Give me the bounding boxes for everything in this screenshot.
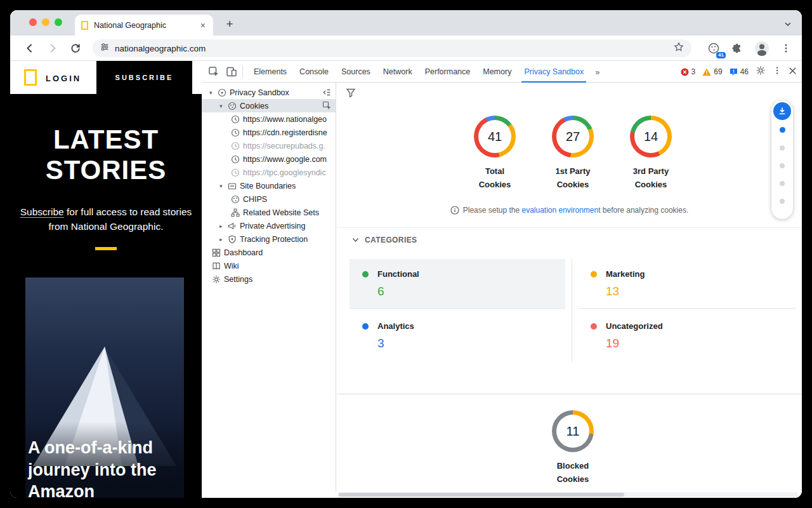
chevron-down-icon[interactable]: ▾ — [219, 103, 228, 109]
natgeo-logo[interactable] — [24, 69, 37, 86]
issues-badge[interactable]: 46 — [730, 67, 749, 76]
devtools-status-cluster: 3 69 46 — [681, 61, 797, 83]
maximize-window-button[interactable] — [55, 18, 62, 26]
tab-title: National Geographic — [94, 21, 199, 30]
tree-item-dashboard[interactable]: Dashboard — [202, 246, 336, 259]
categories-section-header[interactable]: CATEGORIES — [352, 236, 417, 244]
chevron-down-icon[interactable]: ▾ — [219, 183, 228, 189]
section-divider — [337, 394, 802, 394]
privacy-sandbox-main: 41 TotalCookies 27 1st PartyCookies 14 — [337, 83, 802, 491]
tree-item-settings[interactable]: Settings — [202, 272, 336, 286]
category-marketing[interactable]: Marketing 13 — [578, 259, 796, 309]
tree-item-site-boundaries[interactable]: ▾ Site Boundaries — [202, 179, 336, 192]
devtools-menu-kebab-icon[interactable] — [773, 66, 782, 77]
category-count: 13 — [606, 284, 796, 298]
cookie-extension-icon[interactable]: 41 — [705, 40, 722, 57]
tree-item-cookies[interactable]: ▾ Cookies — [202, 99, 336, 112]
step-dot[interactable] — [780, 199, 785, 204]
tree-item-chips[interactable]: CHIPS — [202, 192, 336, 206]
tree-item-tracking-protection[interactable]: ▸ Tracking Protection — [202, 232, 336, 246]
address-bar[interactable]: nationalgeographic.com — [93, 39, 691, 57]
category-functional[interactable]: Functional 6 — [350, 259, 565, 309]
filter-funnel-icon[interactable] — [346, 88, 356, 98]
third-party-cookies-card: 14 3rd PartyCookies — [616, 116, 686, 192]
step-dot[interactable] — [780, 163, 785, 168]
tab-network[interactable]: Network — [377, 61, 419, 83]
forward-icon[interactable] — [47, 43, 58, 54]
tree-item-cookie-url[interactable]: https://tpc.googlesyndic — [202, 166, 336, 179]
tree-item-cookie-url[interactable]: https://www.nationalgeo — [202, 112, 336, 126]
category-count: 6 — [377, 284, 565, 298]
reload-icon[interactable] — [70, 43, 81, 54]
hero-caption[interactable]: A one-of-a-kind journey into the Amazon — [28, 437, 167, 498]
tab-strip: National Geographic × + — [10, 10, 802, 36]
subscribe-link[interactable]: Subscribe — [20, 206, 64, 217]
collapse-panel-icon[interactable] — [322, 88, 332, 97]
tab-console[interactable]: Console — [293, 61, 335, 83]
step-dot[interactable] — [780, 181, 785, 186]
tab-search-chevron-icon[interactable] — [782, 18, 794, 30]
subscribe-button[interactable]: SUBSCRIBE — [96, 61, 192, 94]
tab-sources[interactable]: Sources — [335, 61, 377, 83]
profile-avatar[interactable] — [754, 40, 770, 57]
category-analytics[interactable]: Analytics 3 — [350, 311, 565, 362]
tab-elements[interactable]: Elements — [247, 61, 293, 83]
chevron-down-icon[interactable]: ▾ — [209, 90, 218, 96]
back-icon[interactable] — [24, 43, 36, 54]
chevron-right-icon[interactable]: ▸ — [219, 236, 228, 243]
section-divider — [337, 227, 802, 228]
yellow-divider — [95, 247, 117, 250]
bookmark-star-icon[interactable] — [674, 42, 684, 55]
category-color-dot — [591, 323, 597, 330]
tree-item-cookie-url[interactable]: https://cdn.registerdisne — [202, 126, 336, 139]
tab-close-icon[interactable]: × — [199, 20, 207, 30]
browser-tab[interactable]: National Geographic × — [75, 15, 213, 36]
first-party-cookies-donut: 27 — [552, 116, 594, 157]
step-dot-active[interactable] — [780, 127, 785, 133]
tab-memory[interactable]: Memory — [476, 61, 518, 83]
new-tab-button[interactable]: + — [221, 15, 239, 33]
evaluation-environment-link[interactable]: evaluation environment — [521, 206, 600, 215]
tree-item-cookie-url[interactable]: https://securepubads.g. — [202, 139, 336, 152]
inspect-element-icon[interactable] — [208, 66, 219, 77]
tab-privacy-sandbox[interactable]: Privacy Sandbox — [518, 61, 590, 83]
scrollbar-thumb[interactable] — [339, 493, 624, 497]
third-party-cookies-label: 3rd PartyCookies — [616, 165, 686, 192]
browser-menu-kebab-icon[interactable] — [778, 40, 794, 57]
minimize-window-button[interactable] — [42, 18, 49, 26]
error-badge[interactable]: 3 — [681, 67, 696, 76]
devtools-panel: Elements Console Sources Network Perform… — [202, 61, 802, 498]
total-cookies-count: 41 — [474, 116, 516, 157]
horizontal-scrollbar[interactable] — [337, 492, 798, 497]
step-dot[interactable] — [780, 145, 785, 150]
tree-item-private-advertising[interactable]: ▸ Private Advertising — [202, 219, 336, 232]
devtools-settings-gear-icon[interactable] — [756, 65, 766, 78]
tree-item-related-website-sets[interactable]: Related Website Sets — [202, 206, 336, 219]
browser-toolbar: nationalgeographic.com 41 — [10, 36, 802, 61]
page-title: LATEST STORIES — [10, 124, 202, 186]
inspect-cursor-icon[interactable] — [322, 101, 332, 110]
extension-badge: 41 — [716, 52, 726, 58]
download-report-button[interactable] — [773, 102, 791, 120]
category-uncategorized[interactable]: Uncategorized 19 — [578, 311, 796, 362]
close-window-button[interactable] — [29, 18, 37, 26]
url-text: nationalgeographic.com — [115, 44, 206, 53]
total-cookies-label: TotalCookies — [460, 165, 530, 192]
tree-item-wiki[interactable]: Wiki — [202, 259, 336, 272]
floating-toolbar — [771, 100, 793, 219]
login-link[interactable]: LOGIN — [46, 74, 81, 83]
warning-badge[interactable]: 69 — [702, 67, 722, 76]
devtools-close-icon[interactable] — [789, 66, 797, 77]
third-party-cookies-donut: 14 — [630, 116, 672, 157]
tree-item-cookie-url[interactable]: https://www.google.com — [202, 152, 336, 166]
natgeo-favicon — [81, 21, 88, 30]
extensions-puzzle-icon[interactable] — [728, 40, 745, 57]
tree-item-privacy-sandbox[interactable]: ▾ Privacy Sandbox — [202, 86, 336, 99]
device-toolbar-icon[interactable] — [226, 66, 237, 77]
tab-performance[interactable]: Performance — [419, 61, 477, 83]
more-tabs-icon[interactable]: » — [590, 61, 604, 83]
chevron-right-icon[interactable]: ▸ — [219, 223, 228, 229]
third-party-cookies-count: 14 — [630, 116, 672, 157]
first-party-cookies-card: 27 1st PartyCookies — [538, 116, 608, 192]
site-info-icon[interactable] — [100, 43, 109, 54]
